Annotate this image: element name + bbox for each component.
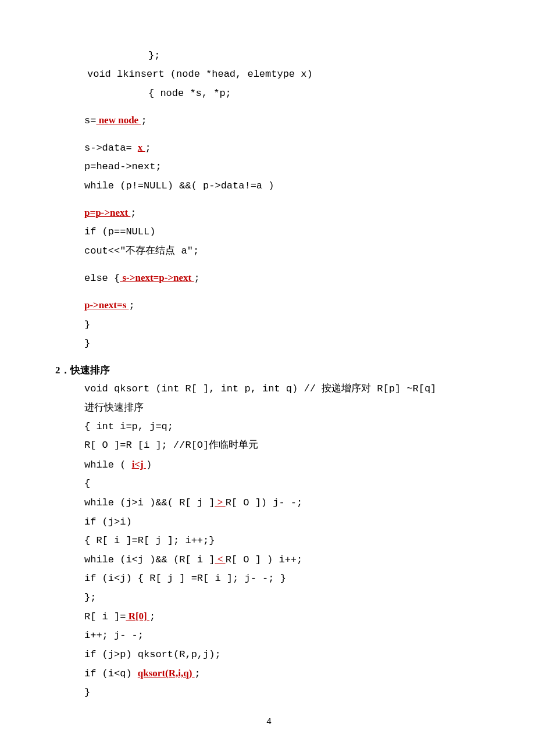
code-line: void qksort (int R[ ], int p, int q) // …	[55, 380, 483, 398]
answer-blank: R[0]	[126, 611, 149, 622]
code-line: {	[55, 475, 483, 493]
text: }	[84, 338, 90, 349]
text: };	[84, 592, 96, 603]
code-line: cout<<"不存在结点 a";	[55, 242, 483, 261]
text: 2．快速排序	[55, 365, 110, 376]
answer-blank: p->next=s	[84, 299, 129, 311]
text: R[ O ]=R [i ]; //R[O]作临时单元	[84, 440, 258, 451]
code-line: i++; j- -;	[55, 626, 483, 645]
code-line: { R[ i ]=R[ j ]; i++;}	[55, 532, 483, 550]
code-line: while (i<j )&& (R[ i ] < R[ O ] ) i++;	[55, 550, 483, 569]
text: while (p!=NULL) &&( p->data!=a )	[84, 180, 274, 191]
code-line: { node *s, *p;	[55, 84, 483, 103]
code-line: }	[55, 316, 483, 334]
answer-blank: <	[215, 554, 225, 565]
answer-blank: p=p->next	[84, 207, 130, 218]
text: while (j>i )&&( R[ j ]	[84, 497, 215, 508]
code-line: while (p!=NULL) &&( p->data!=a )	[55, 177, 483, 195]
code-line: if (j>p) qksort(R,p,j);	[55, 646, 483, 664]
code-line: p->next=s ;	[55, 296, 483, 315]
text: 进行快速排序	[84, 402, 144, 413]
text: ;	[141, 115, 147, 126]
page-number: 4	[55, 714, 483, 731]
code-line: { int i=p, j=q;	[55, 418, 483, 436]
text: )	[146, 459, 152, 470]
code-line: };	[55, 589, 483, 607]
text: s->data=	[84, 142, 138, 154]
text: if (i<q)	[84, 668, 138, 679]
code-line: if (j>i)	[55, 513, 483, 532]
code-line: R[ i ]= R[0] ;	[55, 607, 483, 626]
text: p=head->next;	[84, 161, 162, 172]
text: while (i<j )&& (R[ i ]	[84, 554, 215, 565]
answer-blank: >	[215, 497, 225, 508]
text: ;	[145, 142, 151, 154]
code-line: s->data= x ;	[55, 138, 483, 158]
section-heading: 2．快速排序	[55, 361, 483, 380]
text: R[ i ]=	[84, 611, 126, 622]
answer-blank: qksort(R,i,q)	[138, 668, 195, 679]
code-line: p=p->next ;	[55, 204, 483, 223]
code-line: while (j>i )&&( R[ j ] > R[ O ]) j- -;	[55, 493, 483, 512]
code-line: }	[55, 334, 483, 353]
code-line: }	[55, 683, 483, 702]
text: if (j>p) qksort(R,p,j);	[84, 649, 221, 660]
text: ;	[130, 208, 136, 219]
answer-blank: x	[138, 142, 145, 153]
answer-blank: i<j	[132, 459, 146, 470]
answer-blank: new node	[96, 115, 141, 126]
text: ;	[149, 611, 155, 622]
code-line: while ( i<j )	[55, 455, 483, 475]
code-line: R[ O ]=R [i ]; //R[O]作临时单元	[55, 436, 483, 455]
text: while (	[84, 459, 132, 470]
code-line: 进行快速排序	[55, 399, 483, 418]
text: }	[84, 687, 90, 698]
code-line: s= new node ;	[55, 111, 483, 130]
text: ;	[195, 668, 201, 679]
code-line: if (i<j) { R[ j ] =R[ i ]; j- -; }	[55, 569, 483, 588]
text: };	[148, 50, 160, 61]
text: cout<<"不存在结点 a";	[84, 245, 199, 256]
text: void lkinsert (node *head, elemtype x)	[87, 69, 313, 80]
text: ;	[129, 300, 135, 311]
text: { int i=p, j=q;	[84, 421, 173, 432]
answer-blank: s->next=p->next	[120, 272, 194, 283]
text: 4	[266, 717, 272, 727]
text: { R[ i ]=R[ j ]; i++;}	[84, 535, 215, 546]
code-line: p=head->next;	[55, 158, 483, 176]
text: if (j>i)	[84, 516, 132, 527]
text: R[ O ] ) i++;	[226, 554, 303, 565]
code-line: void lkinsert (node *head, elemtype x)	[55, 65, 483, 84]
text: { node *s, *p;	[148, 88, 231, 99]
code-line: if (p==NULL)	[55, 223, 483, 241]
text: }	[84, 319, 90, 330]
text: if (i<j) { R[ j ] =R[ i ]; j- -; }	[84, 573, 286, 584]
code-line: if (i<q) qksort(R,i,q) ;	[55, 664, 483, 683]
text: void qksort (int R[ ], int p, int q) // …	[84, 383, 436, 394]
text: else {	[84, 273, 120, 284]
code-line: else { s->next=p->next ;	[55, 269, 483, 288]
document-page: }; void lkinsert (node *head, elemtype x…	[0, 0, 535, 754]
text: s=	[84, 115, 96, 126]
code-line: };	[55, 47, 483, 65]
text: {	[84, 478, 90, 489]
text: ;	[194, 273, 200, 284]
text: i++; j- -;	[84, 630, 144, 641]
text: R[ O ]) j- -;	[226, 497, 303, 508]
text: if (p==NULL)	[84, 226, 155, 237]
